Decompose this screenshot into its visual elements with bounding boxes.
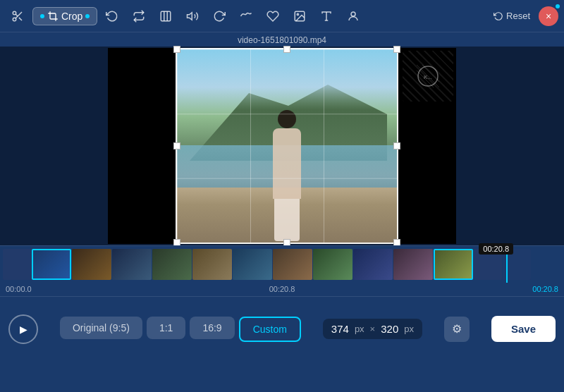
svg-point-13: [351, 12, 355, 16]
watermark-inner: K...: [403, 51, 453, 102]
reset-label: Reset: [506, 11, 530, 21]
save-button[interactable]: Save: [491, 316, 556, 342]
filename-bar: video-1651801090.mp4: [0, 32, 564, 47]
ratio-16x9-label: 16:9: [202, 322, 221, 333]
filename: video-1651801090.mp4: [238, 35, 326, 45]
close-button[interactable]: ×: [539, 6, 558, 26]
ratio-custom-label: Custom: [253, 324, 287, 335]
crop-label: Crop: [61, 11, 82, 22]
px-cross: ×: [370, 324, 376, 334]
black-bar-left: [108, 48, 176, 244]
flip-icon[interactable]: [127, 4, 151, 28]
person-dot: [556, 4, 560, 8]
video-frame: [176, 48, 398, 244]
timestamp-mid: 00:20.8: [269, 285, 295, 293]
ratio-1x1-col: 1:1: [147, 317, 185, 342]
px-height-value: 320: [381, 323, 398, 335]
svg-point-1: [13, 18, 16, 21]
person-icon[interactable]: [341, 4, 365, 28]
play-button[interactable]: ▶: [8, 314, 38, 344]
crop-active-dot: [40, 14, 44, 18]
thumb-ghost-left: [3, 249, 31, 280]
timestamp-end: 00:20.8: [532, 285, 558, 293]
svg-marker-8: [188, 12, 192, 20]
timeline-area: 00:20.8 00:00.0 00:20.8 00:20.8: [0, 245, 564, 296]
image-edit-icon[interactable]: [288, 4, 312, 28]
rotate-left-icon[interactable]: [100, 4, 124, 28]
timeline-timestamps: 00:00.0 00:20.8 00:20.8: [0, 283, 564, 295]
close-icon: ×: [546, 11, 551, 22]
px-controls: 374 px × 320 px: [323, 319, 422, 339]
wave-icon[interactable]: [234, 4, 258, 28]
timeline-thumb-7[interactable]: [313, 249, 352, 280]
toolbar: Crop: [0, 0, 564, 32]
crop-button[interactable]: Crop: [32, 7, 97, 25]
timeline-thumb-3[interactable]: [152, 249, 192, 280]
reset-button[interactable]: Reset: [488, 8, 536, 24]
svg-text:K...: K...: [424, 74, 432, 80]
ratio-custom-col: Custom: [239, 317, 301, 342]
adjust-rect-icon[interactable]: [154, 4, 178, 28]
timeline-thumb-0[interactable]: [32, 249, 71, 280]
ratio-original-button[interactable]: Original (9:5): [60, 317, 142, 339]
video-area: K...: [0, 47, 564, 245]
timeline-track: [0, 248, 534, 281]
ratio-buttons: Original (9:5) 1:1 16:9 Custom: [60, 317, 301, 342]
heart-icon[interactable]: [261, 4, 285, 28]
rotate-right-icon[interactable]: [207, 4, 231, 28]
px-width-value: 374: [331, 323, 349, 335]
ratio-1x1-label: 1:1: [159, 322, 173, 333]
timeline-thumb-5[interactable]: [233, 249, 272, 280]
play-icon: ▶: [20, 324, 27, 335]
ratio-16x9-col: 16:9: [190, 317, 234, 342]
text-icon[interactable]: [314, 4, 338, 28]
settings-button[interactable]: ⚙: [444, 317, 470, 342]
timeline-tooltip: 00:20.8: [479, 243, 513, 255]
person-silhouette: [266, 110, 308, 237]
settings-icon: ⚙: [452, 322, 462, 336]
ratio-original-label: Original (9:5): [73, 322, 130, 333]
svg-point-0: [13, 11, 16, 15]
px-unit-label2: px: [404, 324, 414, 334]
ratio-1x1-button[interactable]: 1:1: [147, 317, 185, 339]
bottom-controls: ▶ Original (9:5) 1:1 16:9 Custom 374 px: [0, 296, 564, 361]
volume-icon[interactable]: [180, 4, 204, 28]
crop-dot: [85, 14, 90, 18]
svg-point-10: [298, 13, 299, 15]
watermark: K...: [403, 51, 453, 102]
ratio-custom-button[interactable]: Custom: [239, 317, 301, 342]
timestamp-start: 00:00.0: [6, 285, 32, 293]
svg-line-4: [16, 14, 18, 16]
timeline-thumb-2[interactable]: [112, 249, 152, 280]
svg-rect-5: [161, 11, 171, 21]
timeline-thumb-9[interactable]: [393, 249, 433, 280]
timeline-thumb-8[interactable]: [353, 249, 393, 280]
ratio-original-col: Original (9:5): [60, 317, 142, 342]
timeline-thumb-4[interactable]: [192, 249, 232, 280]
px-unit-label: px: [355, 324, 364, 334]
svg-line-3: [19, 17, 22, 20]
timeline-thumb-10[interactable]: [434, 249, 473, 280]
scissors-icon[interactable]: [6, 4, 30, 28]
timeline-thumb-1[interactable]: [72, 249, 111, 280]
timeline-thumb-6[interactable]: [273, 249, 312, 280]
save-label: Save: [511, 323, 536, 335]
ratio-16x9-button[interactable]: 16:9: [190, 317, 234, 339]
video-container: K...: [108, 48, 456, 244]
